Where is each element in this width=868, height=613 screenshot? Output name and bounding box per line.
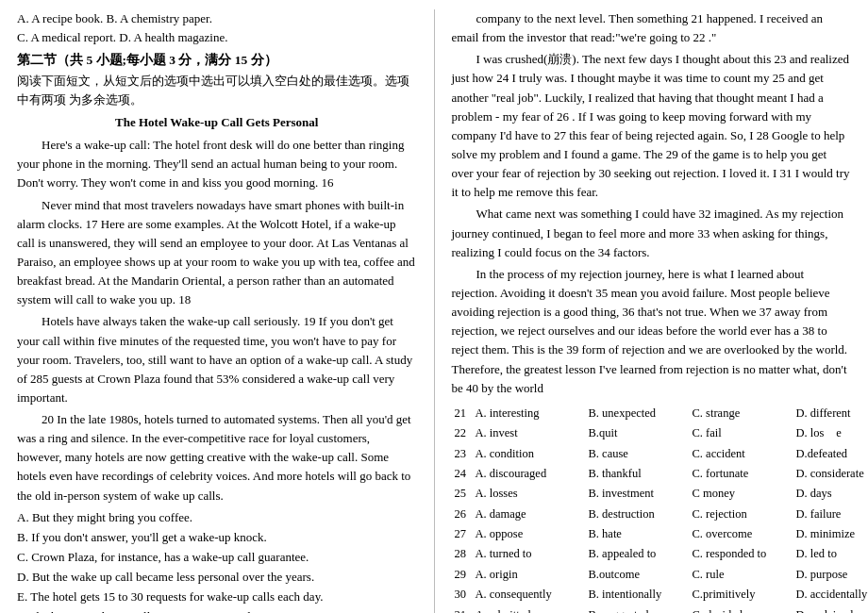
qa-num: 28 [452,544,473,564]
option-f: F. The human wake-up call is a way to pe… [17,607,417,613]
qa-num: 26 [452,505,473,524]
qa-d: D. led to [793,544,869,564]
para-3: Hotels have always taken the wake-up cal… [17,312,417,407]
table-row: 25 A. losses B. investment C money D. da… [452,484,869,504]
qa-section: 21 A. interesting B. unexpected C. stran… [452,404,852,613]
qa-c: C money [690,484,793,504]
qa-a: A. oppose [473,524,586,544]
right-para-4: In the process of my rejection journey, … [452,265,852,398]
qa-d: D. considerate [793,464,869,484]
section2-header: 第二节（共 5 小题;每小题 3 分，满分 15 分） [17,51,417,71]
qa-c: C. rule [690,565,793,585]
para-1: Here's a wake-up call: The hotel front d… [17,136,417,192]
qa-b: B. intentionally [586,585,690,605]
qa-num: 22 [452,423,473,443]
qa-a: A. origin [473,565,586,585]
table-row: 31 A. admitted B. suggested C. decided D… [452,605,869,613]
para-2: Never mind that most travelers nowadays … [17,196,417,310]
top-options-c: C. A medical report. D. A health magazin… [17,28,417,47]
qa-a: A. invest [473,423,586,443]
table-row: 26 A. damage B. destruction C. rejection… [452,505,869,524]
table-row: 30 A. consequently B. intentionally C.pr… [452,585,869,605]
qa-c: C. overcome [690,524,793,544]
qa-num: 23 [452,444,473,464]
qa-a: A. condition [473,444,586,464]
qa-c: C.primitively [690,585,793,605]
qa-b: B. suggested [586,605,690,613]
qa-d: D. los e [793,423,869,443]
table-row: 24 A. discouraged B. thankful C. fortuna… [452,464,869,484]
options-block: A. But they might bring you coffee. B. I… [17,508,417,613]
section2-desc: 阅读下面短文，从短文后的选项中选出可以填入空白处的最佳选项。选项中有两项 为多余… [17,73,417,109]
qa-num: 29 [452,565,473,585]
qa-num: 21 [452,404,473,423]
qa-c: C. fail [690,423,793,443]
qa-a: A. admitted [473,605,586,613]
column-divider [434,9,435,613]
qa-d: D.defeated [793,444,869,464]
qa-a: A. damage [473,505,586,524]
right-para-2: I was crushed(崩溃). The next few days I t… [452,50,852,202]
right-column: company to the next level. Then somethin… [452,9,852,613]
qa-num: 27 [452,524,473,544]
qa-b: B.outcome [586,565,690,585]
top-options-a: A. A recipe book. B. A chemistry paper. [17,9,417,28]
qa-d: D.explained [793,605,869,613]
qa-b: B. cause [586,444,690,464]
qa-d: D. accidentally [793,585,869,605]
qa-b: B.quit [586,423,690,443]
qa-num: 31 [452,605,473,613]
option-a: A. But they might bring you coffee. [17,508,417,527]
right-para-3: What came next was something I could hav… [452,205,852,261]
qa-c: C. decided [690,605,793,613]
option-d: D. But the wake up call became less pers… [17,568,417,587]
qa-a: A. losses [473,484,586,504]
table-row: 21 A. interesting B. unexpected C. stran… [452,404,869,423]
qa-b: B. hate [586,524,690,544]
qa-b: B. thankful [586,464,690,484]
qa-c: C. strange [690,404,793,423]
option-e: E. The hotel gets 15 to 30 requests for … [17,588,417,606]
qa-b: B. investment [586,484,690,504]
table-row: 28 A. turned to B. appealed to C. respon… [452,544,869,564]
qa-c: C. accident [690,444,793,464]
qa-b: B. destruction [586,505,690,524]
table-row: 29 A. origin B.outcome C. rule D. purpos… [452,565,869,585]
qa-num: 24 [452,464,473,484]
qa-num: 30 [452,585,473,605]
para-4: 20 In the late 1980s, hotels turned to a… [17,410,417,505]
right-para-1: company to the next level. Then somethin… [452,9,852,47]
qa-d: D. minimize [793,524,869,544]
article-title: The Hotel Wake-up Call Gets Personal [17,113,417,132]
qa-a: A. turned to [473,544,586,564]
qa-a: A. interesting [473,404,586,423]
qa-table: 21 A. interesting B. unexpected C. stran… [452,404,869,613]
qa-c: C. responded to [690,544,793,564]
table-row: 23 A. condition B. cause C. accident D.d… [452,444,869,464]
qa-b: B. unexpected [586,404,690,423]
qa-a: A. consequently [473,585,586,605]
qa-d: D. failure [793,505,869,524]
option-b: B. If you don't answer, you'll get a wak… [17,528,417,547]
option-c: C. Crown Plaza, for instance, has a wake… [17,548,417,567]
table-row: 22 A. invest B.quit C. fail D. los e [452,423,869,443]
qa-b: B. appealed to [586,544,690,564]
qa-d: D. days [793,484,869,504]
qa-c: C. rejection [690,505,793,524]
qa-num: 25 [452,484,473,504]
qa-d: D. purpose [793,565,869,585]
qa-d: D. different [793,404,869,423]
qa-a: A. discouraged [473,464,586,484]
qa-c: C. fortunate [690,464,793,484]
left-column: A. A recipe book. B. A chemistry paper. … [17,9,417,613]
table-row: 27 A. oppose B. hate C. overcome D. mini… [452,524,869,544]
